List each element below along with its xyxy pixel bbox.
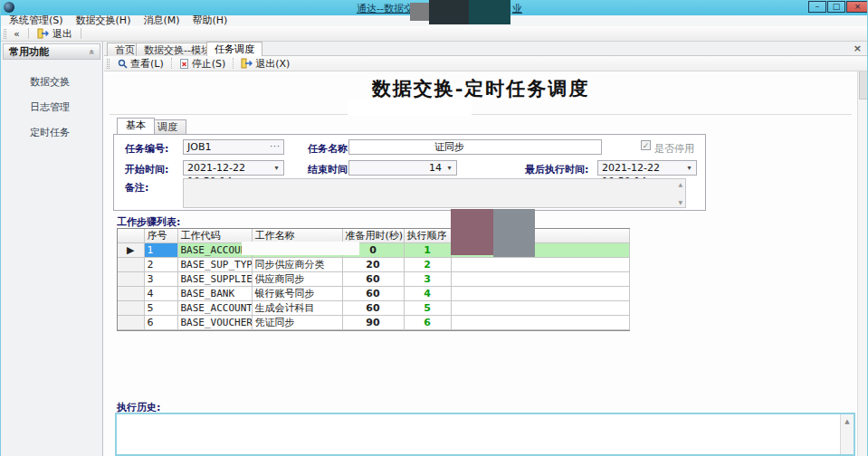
magnifier-icon (118, 59, 128, 69)
cell-remark[interactable] (451, 316, 629, 330)
tab-close-icon[interactable]: × (854, 43, 862, 54)
sidebar-item-timed-task[interactable]: 定时任务 (1, 125, 103, 141)
menu-help[interactable]: 帮助(H) (186, 15, 234, 26)
dropdown-arrow-icon[interactable]: ▾ (683, 162, 695, 174)
cell-name[interactable]: 生成会计科目 (252, 301, 342, 316)
row-selector-cell[interactable] (118, 258, 144, 272)
cell-no[interactable]: 6 (144, 316, 177, 330)
toolbar-separator (28, 28, 29, 39)
cell-code[interactable]: BASE_SUPPLIER (177, 272, 252, 287)
exit-button[interactable]: 退出(X) (236, 57, 294, 71)
cell-prep-seconds[interactable]: 90 (342, 316, 404, 330)
cell-prep-seconds[interactable]: 60 (342, 272, 404, 287)
cell-no[interactable]: 4 (144, 287, 177, 301)
table-row[interactable]: 5BASE_ACCOUNT_DCY生成会计科目605 (118, 301, 629, 316)
history-scrollbar[interactable]: ▲ (840, 414, 854, 454)
table-row[interactable]: 4BASE_BANK银行账号同步604 (118, 287, 629, 301)
cell-name[interactable]: 凭证同步 (252, 316, 342, 330)
sidebar-item-log-manage[interactable]: 日志管理 (1, 100, 103, 116)
cell-prep-seconds[interactable]: 60 (342, 287, 404, 301)
divider (110, 114, 852, 115)
cell-name[interactable]: 银行账号同步 (252, 287, 342, 301)
dropdown-arrow-icon[interactable]: ▾ (444, 162, 455, 174)
cell-code[interactable]: BASE_ACCOUNT (177, 243, 252, 258)
cell-code[interactable]: BASE_ACCOUNT_DCY (177, 301, 252, 316)
cell-exec-order[interactable]: 1 (404, 243, 451, 258)
sidebar-item-data-exchange[interactable]: 数据交换 (1, 74, 103, 90)
form-groupbox: 任务编号: JOB1 ··· 任务名称: 证同步 ✓ 是否停用 开始时间: 20… (113, 134, 706, 211)
history-textarea[interactable]: ▲ (115, 413, 855, 456)
main-vertical-scrollbar[interactable] (857, 56, 868, 456)
cell-no[interactable]: 3 (144, 272, 177, 287)
dropdown-arrow-icon[interactable]: ▾ (271, 162, 282, 174)
close-button[interactable]: × (846, 1, 868, 13)
cell-no[interactable]: 1 (144, 243, 177, 258)
minimize-button[interactable]: – (808, 1, 826, 13)
end-time-field[interactable]: 14 ▾ (348, 160, 457, 176)
row-selector-cell[interactable] (118, 301, 144, 316)
app-window: 通达--数据交换平 业 – □ × 系统管理(S) 数据交换(H) 消息(M) … (0, 0, 868, 456)
menu-system[interactable]: 系统管理(S) (3, 15, 70, 26)
maximize-button[interactable]: □ (827, 1, 845, 13)
cell-name[interactable]: 供应商同步 (252, 272, 342, 287)
page-title: 数据交换-定时任务调度 (104, 76, 857, 101)
column-header (118, 229, 144, 243)
ellipsis-button[interactable]: ··· (268, 141, 282, 153)
chevron-up-icon[interactable]: « (86, 49, 96, 54)
table-row[interactable]: 3BASE_SUPPLIER供应商同步603 (118, 272, 629, 287)
scroll-up-icon[interactable]: ▲ (844, 418, 849, 425)
table-row[interactable]: 6BASE_VOUCHER凭证同步906 (118, 316, 629, 330)
scroll-down-icon[interactable]: ▼ (678, 199, 682, 205)
row-selector-cell[interactable] (118, 316, 144, 330)
view-button[interactable]: 查看(L) (113, 57, 168, 71)
cell-remark[interactable] (451, 287, 629, 301)
cell-remark[interactable] (451, 301, 629, 316)
cell-name[interactable]: 同步供应商分类 (252, 258, 342, 272)
cell-code[interactable]: BASE_SUP_TYPE (177, 258, 252, 272)
cell-exec-order[interactable]: 6 (404, 316, 451, 330)
cell-remark[interactable] (451, 272, 629, 287)
tab-task-schedule[interactable]: 任务调度 (206, 42, 262, 57)
cell-remark[interactable] (451, 258, 629, 272)
cell-prep-seconds[interactable]: 20 (342, 258, 404, 272)
task-no-field[interactable]: JOB1 ··· (183, 139, 284, 155)
table-row[interactable]: ▶1BASE_ACCOUNT会计科目规则同步01 (118, 243, 629, 258)
column-header: 工作代码 (177, 229, 252, 243)
cell-no[interactable]: 5 (144, 301, 177, 316)
menu-message[interactable]: 消息(M) (137, 15, 186, 26)
cell-no[interactable]: 2 (144, 258, 177, 272)
cell-code[interactable]: BASE_VOUCHER (177, 316, 252, 330)
cell-exec-order[interactable]: 2 (404, 258, 451, 272)
cell-exec-order[interactable]: 3 (404, 272, 451, 287)
collapse-sidebar-button[interactable]: « (10, 28, 24, 40)
last-exec-label: 最后执行时间: (525, 163, 588, 176)
form-tab-basic[interactable]: 基本 (117, 118, 155, 134)
row-selector-cell[interactable] (118, 287, 144, 301)
cell-prep-seconds[interactable]: 60 (342, 301, 404, 316)
remark-textarea[interactable]: ▲ ▼ (183, 178, 686, 208)
disable-checkbox[interactable]: ✓ (641, 140, 651, 150)
task-name-value: 证同步 (434, 140, 464, 154)
redaction-box-white (242, 242, 359, 255)
cell-code[interactable]: BASE_BANK (177, 287, 252, 301)
scroll-up-icon[interactable]: ▲ (678, 181, 682, 187)
quick-exit-button[interactable]: 退出 (33, 27, 76, 41)
table-row[interactable]: 2BASE_SUP_TYPE同步供应商分类202 (118, 258, 629, 272)
stop-button[interactable]: 停止(S) (175, 57, 231, 71)
task-name-label: 任务名称: (308, 142, 351, 156)
start-time-field[interactable]: 2021-12-22 10:59:14 ▾ (183, 160, 284, 176)
cell-exec-order[interactable]: 5 (404, 301, 451, 316)
task-name-field[interactable]: 证同步 (348, 139, 602, 155)
redaction-box-teal (469, 0, 510, 24)
row-selector-cell[interactable]: ▶ (118, 243, 144, 258)
menu-data-exchange[interactable]: 数据交换(H) (70, 15, 138, 26)
row-selector-cell[interactable] (118, 272, 144, 287)
cell-exec-order[interactable]: 4 (404, 287, 451, 301)
steps-list-label: 工作步骤列表: (117, 215, 180, 229)
sidebar-header[interactable]: 常用功能 « (3, 43, 100, 60)
stop-button-label: 停止(S) (192, 57, 226, 71)
last-exec-field[interactable]: 2021-12-22 10:59:14 ▾ (597, 160, 697, 176)
column-header: 执行顺序 (404, 229, 451, 243)
exit-door-icon (37, 28, 49, 39)
table-header-row: 序号工作代码工作名称准备用时(秒)执行顺序备注 (118, 229, 629, 243)
